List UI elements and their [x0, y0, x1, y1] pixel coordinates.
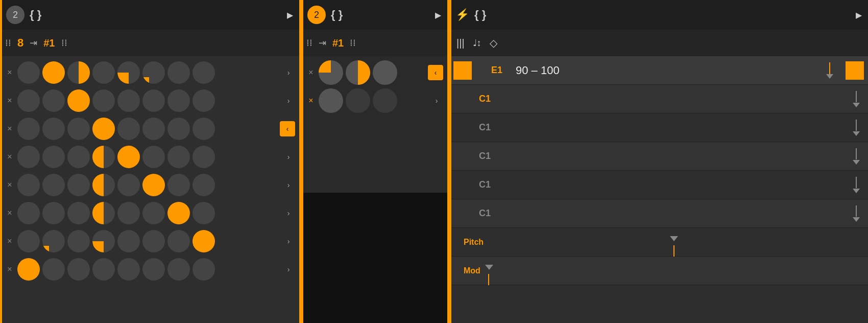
step-dot[interactable] [17, 258, 40, 281]
mute-button-mid[interactable]: × [305, 68, 317, 77]
route-icon-mid[interactable]: ⇥ [319, 37, 326, 49]
step-dot[interactable] [17, 146, 40, 168]
step-dot[interactable] [167, 146, 190, 168]
mute-button[interactable]: × [4, 209, 15, 218]
mute-button-mid[interactable]: × [305, 96, 317, 105]
mute-button[interactable]: × [4, 152, 15, 161]
step-dot[interactable] [117, 61, 140, 84]
row-expand-arrow[interactable]: ‹ [280, 121, 295, 136]
step-dot[interactable] [67, 89, 90, 112]
bars-icon[interactable]: ||| [456, 37, 465, 49]
mid-step-dot[interactable] [319, 88, 343, 113]
mute-button[interactable]: × [4, 124, 15, 133]
grid-icon-left[interactable]: ⁞⁞ [5, 37, 11, 49]
step-dot[interactable] [167, 174, 190, 196]
step-dot[interactable] [67, 258, 90, 281]
velocity-slider[interactable] [833, 203, 864, 224]
step-dot[interactable] [17, 118, 40, 140]
step-dot[interactable] [117, 258, 140, 281]
step-dot[interactable] [192, 118, 215, 140]
step-dot[interactable] [92, 258, 115, 281]
step-dot[interactable] [92, 202, 115, 224]
step-dot[interactable] [67, 146, 90, 168]
step-dot[interactable] [67, 61, 90, 84]
step-dot[interactable] [42, 61, 65, 84]
step-dot[interactable] [17, 61, 40, 84]
step-dot[interactable] [92, 89, 115, 112]
velocity-slider[interactable] [833, 118, 864, 138]
step-dot[interactable] [142, 118, 165, 140]
mid-step-dot[interactable] [373, 88, 397, 113]
grid-expand-icon[interactable]: ⁞⁞ [61, 37, 67, 49]
step-dot[interactable] [17, 202, 40, 224]
step-dot[interactable] [167, 89, 190, 112]
step-dot[interactable] [192, 61, 215, 84]
mute-button[interactable]: × [4, 180, 15, 190]
step-dot[interactable] [167, 202, 190, 224]
step-dot[interactable] [167, 118, 190, 140]
step-dot[interactable] [67, 202, 90, 224]
step-dot[interactable] [67, 230, 90, 252]
row-expand-arrow[interactable]: › [282, 66, 295, 79]
mute-button[interactable]: × [4, 265, 15, 274]
left-play[interactable]: ▶ [287, 10, 293, 20]
step-dot[interactable] [192, 202, 215, 224]
step-dot[interactable] [192, 174, 215, 196]
step-dot[interactable] [142, 89, 165, 112]
channel-hash-mid[interactable]: #1 [332, 37, 344, 49]
music-note-icon[interactable]: ♩↕ [473, 37, 481, 49]
velocity-slider[interactable] [833, 89, 864, 109]
step-dot[interactable] [167, 61, 190, 84]
step-dot[interactable] [92, 230, 115, 252]
mute-button[interactable]: × [4, 68, 15, 77]
row-expand-arrow[interactable]: › [282, 178, 295, 192]
step-dot[interactable] [42, 230, 65, 252]
mid-step-dot[interactable] [319, 60, 343, 85]
step-dot[interactable] [192, 146, 215, 168]
row-expand-arrow[interactable]: › [282, 150, 295, 164]
step-dot[interactable] [17, 89, 40, 112]
row-expand-arrow[interactable]: › [282, 94, 295, 107]
mute-button[interactable]: × [4, 96, 15, 105]
mute-button[interactable]: × [4, 237, 15, 246]
step-dot[interactable] [192, 89, 215, 112]
step-dot[interactable] [142, 202, 165, 224]
step-dot[interactable] [17, 230, 40, 252]
step-dot[interactable] [142, 174, 165, 196]
row-expand-arrow[interactable]: › [282, 263, 295, 276]
step-dot[interactable] [42, 89, 65, 112]
route-icon[interactable]: ⇥ [30, 37, 37, 49]
step-dot[interactable] [167, 230, 190, 252]
mid-play[interactable]: ▶ [435, 10, 441, 20]
step-dot[interactable] [117, 118, 140, 140]
velocity-slider[interactable] [806, 60, 836, 81]
step-dot[interactable] [42, 258, 65, 281]
step-dot[interactable] [42, 202, 65, 224]
row-expand-arrow[interactable]: › [282, 235, 295, 248]
step-dot[interactable] [17, 174, 40, 196]
step-dot[interactable] [117, 174, 140, 196]
step-dot[interactable] [117, 89, 140, 112]
mid-row-arrow[interactable]: ‹ [428, 65, 443, 80]
mid-row-arrow[interactable]: › [430, 94, 443, 107]
step-dot[interactable] [142, 230, 165, 252]
grid-expand-icon-mid[interactable]: ⁞⁞ [350, 37, 356, 49]
step-dot[interactable] [117, 146, 140, 168]
step-count[interactable]: 8 [17, 36, 23, 50]
grid-icon-mid[interactable]: ⁞⁞ [306, 37, 312, 49]
step-dot[interactable] [167, 258, 190, 281]
step-dot[interactable] [192, 230, 215, 252]
mid-step-dot[interactable] [346, 88, 370, 113]
step-dot[interactable] [92, 118, 115, 140]
step-dot[interactable] [42, 174, 65, 196]
step-dot[interactable] [67, 118, 90, 140]
step-dot[interactable] [42, 118, 65, 140]
step-dot[interactable] [117, 202, 140, 224]
step-dot[interactable] [142, 146, 165, 168]
step-dot[interactable] [92, 174, 115, 196]
velocity-slider[interactable] [833, 175, 864, 195]
step-dot[interactable] [117, 230, 140, 252]
step-dot[interactable] [42, 146, 65, 168]
mid-step-dot[interactable] [373, 60, 397, 85]
velocity-slider[interactable] [833, 146, 864, 167]
